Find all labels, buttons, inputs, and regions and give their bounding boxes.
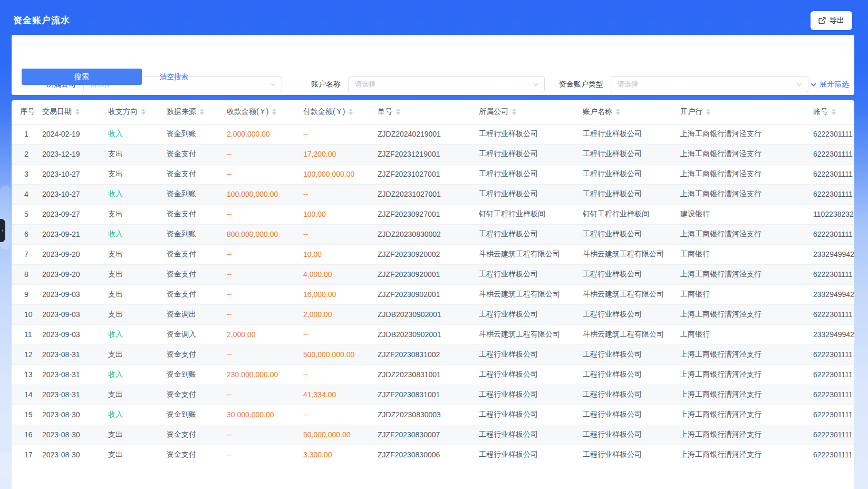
cell-bank: 工商银行 — [680, 244, 813, 264]
filter-account-type-label: 资金账户类型 — [559, 80, 603, 89]
cell-company: 工程行业样板公司 — [479, 164, 583, 184]
cell-income: 100,000,000.00 — [227, 184, 303, 204]
column-header-label: 收支方向 — [108, 107, 138, 117]
account-type-select[interactable]: 请选择 — [611, 76, 808, 92]
cell-direction: 支出 — [108, 284, 167, 304]
cell-income: 230,000,000.00 — [227, 365, 303, 385]
table-row: 92023-09-03支出资金支付--16,000.00ZJZF20230902… — [12, 284, 854, 304]
cell-account_no: 6222301111 — [813, 425, 854, 445]
cell-account_no: 6222301111 — [813, 344, 854, 365]
table-row: 32023-10-27支出资金支付--100,000,000.00ZJZF202… — [12, 164, 854, 184]
cell-bank: 上海工商银行漕河泾支行 — [680, 425, 813, 445]
cell-order: ZJZF20231027001 — [378, 164, 479, 184]
sort-icon[interactable] — [200, 109, 204, 115]
cell-account_name: 工程行业样板公司 — [583, 304, 680, 324]
column-header-account_name[interactable]: 账户名称 — [583, 100, 680, 124]
cell-source: 资金调出 — [167, 304, 227, 324]
cell-account_name: 工程行业样板公司 — [583, 425, 680, 445]
cell-income: -- — [227, 284, 303, 304]
expand-filters-link[interactable]: 展开筛选 — [810, 76, 849, 92]
cell-order: ZJZF20230831001 — [378, 385, 479, 405]
cell-account_name: 工程行业样板公司 — [583, 144, 680, 164]
cell-income: -- — [227, 244, 303, 264]
cell-payment: -- — [303, 124, 378, 144]
column-header-label: 开户行 — [680, 107, 702, 117]
cell-no: 2 — [12, 144, 42, 164]
cell-company: 工程行业样板公司 — [479, 224, 583, 244]
cell-account_name: 工程行业样板公司 — [583, 385, 680, 405]
sort-icon[interactable] — [141, 109, 146, 115]
sort-icon[interactable] — [832, 109, 836, 115]
cell-account_name: 工程行业样板公司 — [583, 224, 680, 244]
sort-icon[interactable] — [349, 109, 353, 115]
clear-search-link[interactable]: 清空搜索 — [160, 72, 188, 82]
cell-direction: 支出 — [108, 244, 167, 264]
cell-bank: 上海工商银行漕河泾支行 — [680, 445, 813, 465]
cell-income: -- — [227, 385, 303, 405]
column-header-source[interactable]: 数据来源 — [167, 100, 227, 124]
cell-direction: 收入 — [108, 224, 167, 244]
cell-account_name: 工程行业样板公司 — [583, 365, 680, 385]
account-name-select-placeholder: 请选择 — [355, 80, 375, 89]
column-header-date[interactable]: 交易日期 — [42, 100, 108, 124]
side-drawer-handle[interactable]: ‹ — [0, 219, 5, 242]
table-row: 152023-08-30收入资金到账30,000,000.00--ZJDZ202… — [12, 405, 854, 425]
account-type-select-placeholder: 请选择 — [618, 80, 638, 89]
cell-order: ZJZF20230830007 — [378, 425, 479, 445]
cell-date: 2023-08-31 — [42, 344, 108, 365]
column-header-account_no[interactable]: 账号 — [813, 100, 854, 124]
export-icon — [818, 17, 826, 24]
cell-income: 2,000.00 — [227, 324, 303, 344]
cell-account_no: 6222301111 — [813, 124, 854, 144]
cell-date: 2023-09-03 — [42, 284, 108, 304]
account-name-select[interactable]: 请选择 — [348, 76, 545, 92]
export-button[interactable]: 导出 — [811, 11, 852, 30]
cell-source: 资金支付 — [167, 244, 227, 264]
cell-direction: 支出 — [108, 304, 167, 324]
column-header-payment[interactable]: 付款金额(￥) — [303, 100, 378, 124]
sort-icon[interactable] — [616, 109, 620, 115]
column-header-order[interactable]: 单号 — [378, 100, 479, 124]
cell-direction: 支出 — [108, 144, 167, 164]
sort-icon[interactable] — [706, 109, 710, 115]
cell-company: 工程行业样板公司 — [479, 124, 583, 144]
sort-icon[interactable] — [272, 109, 276, 115]
cell-income: 2,000,000.00 — [227, 124, 303, 144]
cell-source: 资金到账 — [167, 224, 227, 244]
cell-income: -- — [227, 264, 303, 284]
cell-direction: 支出 — [108, 164, 167, 184]
table-row: 62023-09-21收入资金到账800,000,000.00--ZJDZ202… — [12, 224, 854, 244]
cell-order: ZJDZ20231027001 — [378, 184, 479, 204]
cell-no: 14 — [12, 385, 42, 405]
cell-company: 工程行业样板公司 — [479, 304, 583, 324]
cell-date: 2023-09-21 — [42, 224, 108, 244]
cell-source: 资金支付 — [167, 284, 227, 304]
cell-bank: 上海工商银行漕河泾支行 — [680, 224, 813, 244]
cell-account_name: 工程行业样板公司 — [583, 124, 680, 144]
table-row: 132023-08-31收入资金到账230,000,000.00--ZJDZ20… — [12, 365, 854, 385]
table-header-row: 序号交易日期收支方向数据来源收款金额(￥)付款金额(￥)单号所属公司账户名称开户… — [12, 100, 854, 124]
filter-panel: 所属公司 请选择 账户名称 请选择 资金账户类型 请选择 展开筛选 搜索 清空搜… — [12, 35, 854, 95]
column-header-company[interactable]: 所属公司 — [479, 100, 583, 124]
chevron-down-icon — [270, 81, 276, 88]
sort-icon[interactable] — [512, 109, 516, 115]
cell-bank: 上海工商银行漕河泾支行 — [680, 344, 813, 365]
cell-source: 资金支付 — [167, 144, 227, 164]
cell-payment: 17,200.00 — [303, 144, 378, 164]
column-header-income[interactable]: 收款金额(￥) — [227, 100, 303, 124]
column-header-direction[interactable]: 收支方向 — [108, 100, 167, 124]
cell-date: 2023-08-30 — [42, 425, 108, 445]
column-header-bank[interactable]: 开户行 — [680, 100, 813, 124]
cell-date: 2023-09-03 — [42, 304, 108, 324]
cell-direction: 收入 — [108, 324, 167, 344]
cell-source: 资金到账 — [167, 184, 227, 204]
search-button[interactable]: 搜索 — [22, 69, 142, 85]
cell-order: ZJDZ20240219001 — [378, 124, 479, 144]
sort-icon[interactable] — [396, 109, 400, 115]
cell-date: 2024-02-19 — [42, 124, 108, 144]
cell-account_name: 工程行业样板公司 — [583, 344, 680, 365]
page-header: 资金账户流水 导出 — [0, 0, 868, 35]
cell-source: 资金支付 — [167, 164, 227, 184]
sort-icon[interactable] — [75, 109, 80, 115]
cell-account_name: 斗栱云建筑工程有限公司 — [583, 324, 680, 344]
